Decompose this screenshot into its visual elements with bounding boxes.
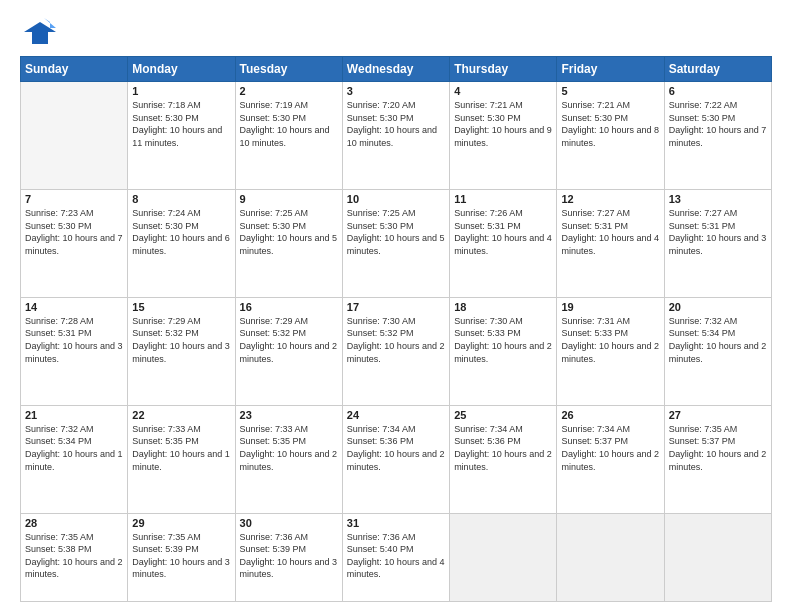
day-info: Sunrise: 7:21 AMSunset: 5:30 PMDaylight:… xyxy=(454,99,552,149)
calendar-cell: 25Sunrise: 7:34 AMSunset: 5:36 PMDayligh… xyxy=(450,405,557,513)
calendar-cell: 26Sunrise: 7:34 AMSunset: 5:37 PMDayligh… xyxy=(557,405,664,513)
day-number: 16 xyxy=(240,301,338,313)
page: SundayMondayTuesdayWednesdayThursdayFrid… xyxy=(0,0,792,612)
day-number: 12 xyxy=(561,193,659,205)
day-info: Sunrise: 7:34 AMSunset: 5:36 PMDaylight:… xyxy=(454,423,552,473)
day-info: Sunrise: 7:25 AMSunset: 5:30 PMDaylight:… xyxy=(240,207,338,257)
calendar-cell: 7Sunrise: 7:23 AMSunset: 5:30 PMDaylight… xyxy=(21,189,128,297)
calendar-cell: 18Sunrise: 7:30 AMSunset: 5:33 PMDayligh… xyxy=(450,297,557,405)
day-number: 7 xyxy=(25,193,123,205)
logo-icon xyxy=(20,18,56,48)
calendar-cell: 10Sunrise: 7:25 AMSunset: 5:30 PMDayligh… xyxy=(342,189,449,297)
day-number: 6 xyxy=(669,85,767,97)
day-info: Sunrise: 7:30 AMSunset: 5:32 PMDaylight:… xyxy=(347,315,445,365)
day-number: 22 xyxy=(132,409,230,421)
day-number: 18 xyxy=(454,301,552,313)
day-info: Sunrise: 7:27 AMSunset: 5:31 PMDaylight:… xyxy=(561,207,659,257)
day-number: 10 xyxy=(347,193,445,205)
calendar-cell: 8Sunrise: 7:24 AMSunset: 5:30 PMDaylight… xyxy=(128,189,235,297)
day-info: Sunrise: 7:24 AMSunset: 5:30 PMDaylight:… xyxy=(132,207,230,257)
day-number: 17 xyxy=(347,301,445,313)
day-info: Sunrise: 7:22 AMSunset: 5:30 PMDaylight:… xyxy=(669,99,767,149)
day-number: 9 xyxy=(240,193,338,205)
day-info: Sunrise: 7:18 AMSunset: 5:30 PMDaylight:… xyxy=(132,99,230,149)
weekday-header-saturday: Saturday xyxy=(664,57,771,82)
day-number: 5 xyxy=(561,85,659,97)
day-info: Sunrise: 7:27 AMSunset: 5:31 PMDaylight:… xyxy=(669,207,767,257)
day-info: Sunrise: 7:36 AMSunset: 5:39 PMDaylight:… xyxy=(240,531,338,581)
weekday-header-friday: Friday xyxy=(557,57,664,82)
day-number: 19 xyxy=(561,301,659,313)
calendar-cell: 4Sunrise: 7:21 AMSunset: 5:30 PMDaylight… xyxy=(450,82,557,190)
day-info: Sunrise: 7:19 AMSunset: 5:30 PMDaylight:… xyxy=(240,99,338,149)
calendar-cell: 5Sunrise: 7:21 AMSunset: 5:30 PMDaylight… xyxy=(557,82,664,190)
day-info: Sunrise: 7:34 AMSunset: 5:37 PMDaylight:… xyxy=(561,423,659,473)
calendar-cell: 1Sunrise: 7:18 AMSunset: 5:30 PMDaylight… xyxy=(128,82,235,190)
week-row-4: 21Sunrise: 7:32 AMSunset: 5:34 PMDayligh… xyxy=(21,405,772,513)
day-number: 23 xyxy=(240,409,338,421)
day-number: 30 xyxy=(240,517,338,529)
day-info: Sunrise: 7:23 AMSunset: 5:30 PMDaylight:… xyxy=(25,207,123,257)
week-row-2: 7Sunrise: 7:23 AMSunset: 5:30 PMDaylight… xyxy=(21,189,772,297)
calendar-cell xyxy=(450,513,557,601)
day-info: Sunrise: 7:35 AMSunset: 5:37 PMDaylight:… xyxy=(669,423,767,473)
day-info: Sunrise: 7:33 AMSunset: 5:35 PMDaylight:… xyxy=(132,423,230,473)
day-info: Sunrise: 7:21 AMSunset: 5:30 PMDaylight:… xyxy=(561,99,659,149)
day-number: 26 xyxy=(561,409,659,421)
day-number: 1 xyxy=(132,85,230,97)
day-number: 31 xyxy=(347,517,445,529)
day-info: Sunrise: 7:32 AMSunset: 5:34 PMDaylight:… xyxy=(25,423,123,473)
calendar-cell: 12Sunrise: 7:27 AMSunset: 5:31 PMDayligh… xyxy=(557,189,664,297)
day-info: Sunrise: 7:36 AMSunset: 5:40 PMDaylight:… xyxy=(347,531,445,581)
calendar-cell xyxy=(21,82,128,190)
day-info: Sunrise: 7:35 AMSunset: 5:38 PMDaylight:… xyxy=(25,531,123,581)
calendar-table: SundayMondayTuesdayWednesdayThursdayFrid… xyxy=(20,56,772,602)
day-number: 28 xyxy=(25,517,123,529)
calendar-cell: 22Sunrise: 7:33 AMSunset: 5:35 PMDayligh… xyxy=(128,405,235,513)
week-row-3: 14Sunrise: 7:28 AMSunset: 5:31 PMDayligh… xyxy=(21,297,772,405)
day-number: 3 xyxy=(347,85,445,97)
header xyxy=(20,18,772,48)
weekday-header-row: SundayMondayTuesdayWednesdayThursdayFrid… xyxy=(21,57,772,82)
day-number: 29 xyxy=(132,517,230,529)
day-number: 8 xyxy=(132,193,230,205)
day-info: Sunrise: 7:28 AMSunset: 5:31 PMDaylight:… xyxy=(25,315,123,365)
week-row-1: 1Sunrise: 7:18 AMSunset: 5:30 PMDaylight… xyxy=(21,82,772,190)
day-number: 24 xyxy=(347,409,445,421)
calendar-cell: 30Sunrise: 7:36 AMSunset: 5:39 PMDayligh… xyxy=(235,513,342,601)
week-row-5: 28Sunrise: 7:35 AMSunset: 5:38 PMDayligh… xyxy=(21,513,772,601)
calendar-cell: 2Sunrise: 7:19 AMSunset: 5:30 PMDaylight… xyxy=(235,82,342,190)
calendar-cell: 19Sunrise: 7:31 AMSunset: 5:33 PMDayligh… xyxy=(557,297,664,405)
calendar-cell: 20Sunrise: 7:32 AMSunset: 5:34 PMDayligh… xyxy=(664,297,771,405)
calendar-cell: 29Sunrise: 7:35 AMSunset: 5:39 PMDayligh… xyxy=(128,513,235,601)
calendar-cell xyxy=(557,513,664,601)
day-number: 21 xyxy=(25,409,123,421)
day-info: Sunrise: 7:29 AMSunset: 5:32 PMDaylight:… xyxy=(132,315,230,365)
calendar-cell: 17Sunrise: 7:30 AMSunset: 5:32 PMDayligh… xyxy=(342,297,449,405)
day-info: Sunrise: 7:20 AMSunset: 5:30 PMDaylight:… xyxy=(347,99,445,149)
calendar-cell: 11Sunrise: 7:26 AMSunset: 5:31 PMDayligh… xyxy=(450,189,557,297)
calendar-cell: 13Sunrise: 7:27 AMSunset: 5:31 PMDayligh… xyxy=(664,189,771,297)
calendar-cell: 21Sunrise: 7:32 AMSunset: 5:34 PMDayligh… xyxy=(21,405,128,513)
weekday-header-monday: Monday xyxy=(128,57,235,82)
day-info: Sunrise: 7:25 AMSunset: 5:30 PMDaylight:… xyxy=(347,207,445,257)
weekday-header-sunday: Sunday xyxy=(21,57,128,82)
calendar-cell: 6Sunrise: 7:22 AMSunset: 5:30 PMDaylight… xyxy=(664,82,771,190)
calendar-cell: 24Sunrise: 7:34 AMSunset: 5:36 PMDayligh… xyxy=(342,405,449,513)
day-number: 15 xyxy=(132,301,230,313)
day-info: Sunrise: 7:34 AMSunset: 5:36 PMDaylight:… xyxy=(347,423,445,473)
calendar-cell: 23Sunrise: 7:33 AMSunset: 5:35 PMDayligh… xyxy=(235,405,342,513)
calendar-cell: 14Sunrise: 7:28 AMSunset: 5:31 PMDayligh… xyxy=(21,297,128,405)
day-info: Sunrise: 7:30 AMSunset: 5:33 PMDaylight:… xyxy=(454,315,552,365)
calendar-cell xyxy=(664,513,771,601)
calendar-cell: 9Sunrise: 7:25 AMSunset: 5:30 PMDaylight… xyxy=(235,189,342,297)
day-number: 25 xyxy=(454,409,552,421)
calendar-cell: 3Sunrise: 7:20 AMSunset: 5:30 PMDaylight… xyxy=(342,82,449,190)
day-info: Sunrise: 7:35 AMSunset: 5:39 PMDaylight:… xyxy=(132,531,230,581)
day-info: Sunrise: 7:29 AMSunset: 5:32 PMDaylight:… xyxy=(240,315,338,365)
day-info: Sunrise: 7:26 AMSunset: 5:31 PMDaylight:… xyxy=(454,207,552,257)
day-number: 2 xyxy=(240,85,338,97)
day-number: 11 xyxy=(454,193,552,205)
day-info: Sunrise: 7:31 AMSunset: 5:33 PMDaylight:… xyxy=(561,315,659,365)
calendar-cell: 15Sunrise: 7:29 AMSunset: 5:32 PMDayligh… xyxy=(128,297,235,405)
